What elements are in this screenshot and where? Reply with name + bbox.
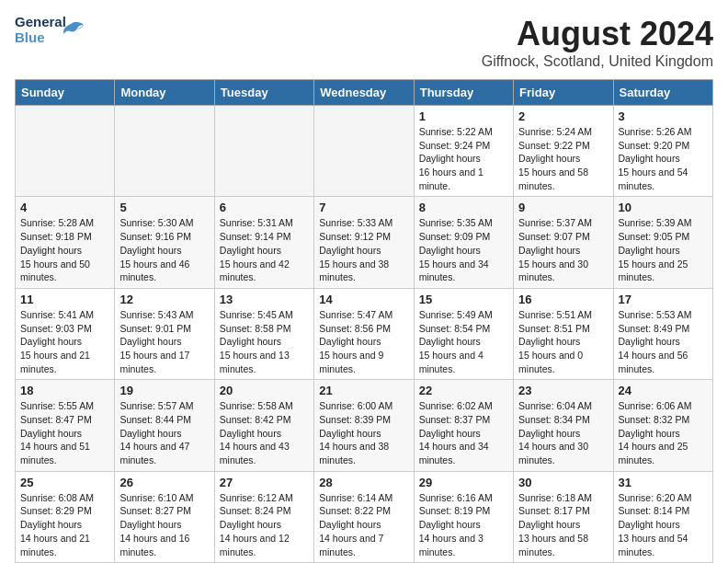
table-row: 19Sunrise: 5:57 AMSunset: 8:44 PMDayligh… [115,380,214,471]
day-number: 4 [20,201,109,214]
day-info: Sunrise: 6:18 AMSunset: 8:17 PMDaylight … [518,491,608,558]
header-tuesday: Tuesday [214,80,313,106]
table-row [115,106,214,197]
day-info: Sunrise: 5:43 AMSunset: 9:01 PMDaylight … [119,308,209,375]
header-wednesday: Wednesday [314,80,414,106]
calendar-row: 11Sunrise: 5:41 AMSunset: 9:03 PMDayligh… [16,288,713,379]
day-number: 3 [619,109,708,123]
day-number: 6 [220,201,309,214]
day-info: Sunrise: 6:04 AMSunset: 8:34 PMDaylight … [518,399,608,466]
day-number: 5 [119,201,209,214]
day-info: Sunrise: 6:10 AMSunset: 8:27 PMDaylight … [119,491,209,558]
title-block: August 2024 Giffnock, Scotland, United K… [482,15,713,70]
table-row: 12Sunrise: 5:43 AMSunset: 9:01 PMDayligh… [115,288,214,379]
day-number: 27 [220,476,309,489]
day-number: 10 [619,201,708,214]
table-row: 14Sunrise: 5:47 AMSunset: 8:56 PMDayligh… [314,288,414,379]
day-info: Sunrise: 5:28 AMSunset: 9:18 PMDaylight … [20,216,109,283]
day-info: Sunrise: 5:35 AMSunset: 9:09 PMDaylight … [419,216,508,283]
day-number: 23 [518,384,608,397]
header-thursday: Thursday [414,80,513,106]
day-number: 26 [119,476,209,489]
table-row: 31Sunrise: 6:20 AMSunset: 8:14 PMDayligh… [613,471,712,562]
logo-blue: Blue [15,29,45,45]
table-row: 7Sunrise: 5:33 AMSunset: 9:12 PMDaylight… [314,197,414,288]
table-row [214,106,313,197]
table-row: 22Sunrise: 6:02 AMSunset: 8:37 PMDayligh… [414,380,513,471]
table-row: 13Sunrise: 5:45 AMSunset: 8:58 PMDayligh… [214,288,313,379]
day-info: Sunrise: 5:49 AMSunset: 8:54 PMDaylight … [419,308,508,375]
day-info: Sunrise: 6:06 AMSunset: 8:32 PMDaylight … [619,399,708,466]
calendar-row: 4Sunrise: 5:28 AMSunset: 9:18 PMDaylight… [16,197,713,288]
day-info: Sunrise: 5:37 AMSunset: 9:07 PMDaylight … [518,216,608,283]
day-info: Sunrise: 5:55 AMSunset: 8:47 PMDaylight … [20,399,109,466]
header-monday: Monday [115,80,214,106]
day-number: 22 [419,384,508,397]
calendar-table: Sunday Monday Tuesday Wednesday Thursday… [15,79,713,563]
day-number: 15 [419,293,508,306]
day-info: Sunrise: 5:24 AMSunset: 9:22 PMDaylight … [518,125,608,192]
day-info: Sunrise: 6:02 AMSunset: 8:37 PMDaylight … [419,399,508,466]
table-row: 3Sunrise: 5:26 AMSunset: 9:20 PMDaylight… [613,106,712,197]
day-info: Sunrise: 5:58 AMSunset: 8:42 PMDaylight … [220,399,309,466]
day-info: Sunrise: 5:26 AMSunset: 9:20 PMDaylight … [619,125,708,192]
table-row: 27Sunrise: 6:12 AMSunset: 8:24 PMDayligh… [214,471,313,562]
day-number: 24 [619,384,708,397]
day-number: 7 [319,201,408,214]
table-row: 15Sunrise: 5:49 AMSunset: 8:54 PMDayligh… [414,288,513,379]
month-year-title: August 2024 [482,15,713,53]
day-info: Sunrise: 6:14 AMSunset: 8:22 PMDaylight … [319,491,408,558]
day-info: Sunrise: 5:51 AMSunset: 8:51 PMDaylight … [518,308,608,375]
calendar-row: 25Sunrise: 6:08 AMSunset: 8:29 PMDayligh… [16,471,713,562]
day-number: 1 [419,109,508,123]
day-number: 21 [319,384,408,397]
page-header: General Blue August 2024 Giffnock, Scotl… [15,15,713,70]
day-number: 14 [319,293,408,306]
table-row: 30Sunrise: 6:18 AMSunset: 8:17 PMDayligh… [514,471,613,562]
day-info: Sunrise: 5:33 AMSunset: 9:12 PMDaylight … [319,216,408,283]
day-number: 11 [20,293,109,306]
table-row: 6Sunrise: 5:31 AMSunset: 9:14 PMDaylight… [214,197,313,288]
table-row: 10Sunrise: 5:39 AMSunset: 9:05 PMDayligh… [613,197,712,288]
table-row: 4Sunrise: 5:28 AMSunset: 9:18 PMDaylight… [16,197,115,288]
days-header-row: Sunday Monday Tuesday Wednesday Thursday… [16,80,713,106]
calendar-row: 18Sunrise: 5:55 AMSunset: 8:47 PMDayligh… [16,380,713,471]
table-row: 20Sunrise: 5:58 AMSunset: 8:42 PMDayligh… [214,380,313,471]
table-row: 16Sunrise: 5:51 AMSunset: 8:51 PMDayligh… [514,288,613,379]
day-number: 29 [419,476,508,489]
table-row: 21Sunrise: 6:00 AMSunset: 8:39 PMDayligh… [314,380,414,471]
table-row: 5Sunrise: 5:30 AMSunset: 9:16 PMDaylight… [115,197,214,288]
day-info: Sunrise: 5:45 AMSunset: 8:58 PMDaylight … [220,308,309,375]
table-row: 29Sunrise: 6:16 AMSunset: 8:19 PMDayligh… [414,471,513,562]
day-number: 2 [518,109,608,123]
table-row: 9Sunrise: 5:37 AMSunset: 9:07 PMDaylight… [514,197,613,288]
day-info: Sunrise: 5:47 AMSunset: 8:56 PMDaylight … [319,308,408,375]
table-row: 17Sunrise: 5:53 AMSunset: 8:49 PMDayligh… [613,288,712,379]
header-saturday: Saturday [613,80,712,106]
table-row: 23Sunrise: 6:04 AMSunset: 8:34 PMDayligh… [514,380,613,471]
day-number: 28 [319,476,408,489]
table-row: 8Sunrise: 5:35 AMSunset: 9:09 PMDaylight… [414,197,513,288]
logo: General Blue [15,15,85,48]
day-info: Sunrise: 5:39 AMSunset: 9:05 PMDaylight … [619,216,708,283]
day-number: 8 [419,201,508,214]
logo-general: General [15,14,66,29]
day-number: 20 [220,384,309,397]
day-info: Sunrise: 5:53 AMSunset: 8:49 PMDaylight … [619,308,708,375]
day-number: 31 [619,476,708,489]
table-row: 28Sunrise: 6:14 AMSunset: 8:22 PMDayligh… [314,471,414,562]
day-number: 12 [119,293,209,306]
table-row: 26Sunrise: 6:10 AMSunset: 8:27 PMDayligh… [115,471,214,562]
day-info: Sunrise: 5:22 AMSunset: 9:24 PMDaylight … [419,125,508,192]
table-row: 2Sunrise: 5:24 AMSunset: 9:22 PMDaylight… [514,106,613,197]
day-info: Sunrise: 5:30 AMSunset: 9:16 PMDaylight … [119,216,209,283]
day-number: 19 [119,384,209,397]
day-info: Sunrise: 6:12 AMSunset: 8:24 PMDaylight … [220,491,309,558]
table-row: 11Sunrise: 5:41 AMSunset: 9:03 PMDayligh… [16,288,115,379]
day-number: 25 [20,476,109,489]
day-info: Sunrise: 6:08 AMSunset: 8:29 PMDaylight … [20,491,109,558]
header-sunday: Sunday [16,80,115,106]
day-number: 13 [220,293,309,306]
day-info: Sunrise: 6:20 AMSunset: 8:14 PMDaylight … [619,491,708,558]
day-info: Sunrise: 6:00 AMSunset: 8:39 PMDaylight … [319,399,408,466]
